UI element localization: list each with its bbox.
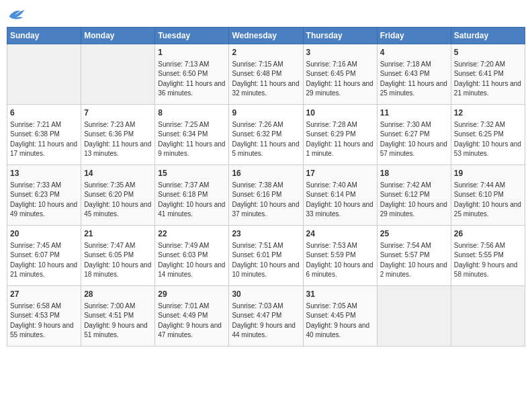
calendar-cell: 5Sunrise: 7:20 AM Sunset: 6:41 PM Daylig… [451,44,525,105]
day-number: 19 [454,168,522,179]
day-number: 21 [84,228,152,240]
day-number: 17 [306,168,374,179]
weekday-header-monday: Monday [81,28,155,44]
day-number: 26 [454,228,522,240]
day-info: Sunrise: 7:54 AM Sunset: 5:57 PM Dayligh… [380,241,448,280]
day-info: Sunrise: 7:20 AM Sunset: 6:41 PM Dayligh… [454,60,522,99]
day-info: Sunrise: 7:23 AM Sunset: 6:36 PM Dayligh… [84,120,152,159]
weekday-header-thursday: Thursday [303,28,377,44]
calendar-cell: 15Sunrise: 7:37 AM Sunset: 6:18 PM Dayli… [155,165,229,226]
day-info: Sunrise: 7:18 AM Sunset: 6:43 PM Dayligh… [380,60,448,99]
day-number: 6 [10,107,78,119]
calendar-cell: 6Sunrise: 7:21 AM Sunset: 6:38 PM Daylig… [7,105,81,165]
day-number: 10 [306,107,374,119]
day-info: Sunrise: 7:30 AM Sunset: 6:27 PM Dayligh… [380,120,448,159]
day-number: 30 [232,289,300,300]
calendar-cell: 31Sunrise: 7:05 AM Sunset: 4:45 PM Dayli… [303,286,377,347]
weekday-header-sunday: Sunday [7,28,81,44]
calendar-cell: 22Sunrise: 7:49 AM Sunset: 6:03 PM Dayli… [155,226,229,286]
calendar-cell: 17Sunrise: 7:40 AM Sunset: 6:14 PM Dayli… [303,165,377,226]
calendar-cell: 27Sunrise: 6:58 AM Sunset: 4:53 PM Dayli… [7,286,81,347]
calendar-cell: 18Sunrise: 7:42 AM Sunset: 6:12 PM Dayli… [377,165,451,226]
calendar-cell: 23Sunrise: 7:51 AM Sunset: 6:01 PM Dayli… [229,226,303,286]
day-number: 31 [306,289,374,300]
day-info: Sunrise: 7:13 AM Sunset: 6:50 PM Dayligh… [158,60,226,99]
day-info: Sunrise: 7:01 AM Sunset: 4:49 PM Dayligh… [158,302,226,340]
day-number: 13 [10,168,78,179]
day-number: 28 [84,289,152,300]
calendar-cell [7,44,81,105]
calendar-cell: 30Sunrise: 7:03 AM Sunset: 4:47 PM Dayli… [229,286,303,347]
calendar-cell: 10Sunrise: 7:28 AM Sunset: 6:29 PM Dayli… [303,105,377,165]
day-info: Sunrise: 7:42 AM Sunset: 6:12 PM Dayligh… [380,181,448,220]
day-number: 3 [306,47,374,58]
calendar-cell: 11Sunrise: 7:30 AM Sunset: 6:27 PM Dayli… [377,105,451,165]
calendar-table: SundayMondayTuesdayWednesdayThursdayFrid… [7,27,525,347]
day-number: 16 [232,168,300,179]
day-number: 8 [158,107,226,119]
calendar-cell: 4Sunrise: 7:18 AM Sunset: 6:43 PM Daylig… [377,44,451,105]
day-number: 20 [10,228,78,240]
calendar-cell: 28Sunrise: 7:00 AM Sunset: 4:51 PM Dayli… [81,286,155,347]
calendar-cell: 20Sunrise: 7:45 AM Sunset: 6:07 PM Dayli… [7,226,81,286]
day-number: 22 [158,228,226,240]
day-info: Sunrise: 7:26 AM Sunset: 6:32 PM Dayligh… [232,120,300,159]
day-info: Sunrise: 7:28 AM Sunset: 6:29 PM Dayligh… [306,120,374,159]
day-number: 29 [158,289,226,300]
day-info: Sunrise: 7:03 AM Sunset: 4:47 PM Dayligh… [232,302,300,340]
day-number: 24 [306,228,374,240]
calendar-cell: 13Sunrise: 7:33 AM Sunset: 6:23 PM Dayli… [7,165,81,226]
calendar-cell: 21Sunrise: 7:47 AM Sunset: 6:05 PM Dayli… [81,226,155,286]
calendar-cell [377,286,451,347]
day-info: Sunrise: 7:37 AM Sunset: 6:18 PM Dayligh… [158,181,226,220]
calendar-cell: 9Sunrise: 7:26 AM Sunset: 6:32 PM Daylig… [229,105,303,165]
calendar-cell: 7Sunrise: 7:23 AM Sunset: 6:36 PM Daylig… [81,105,155,165]
day-info: Sunrise: 7:21 AM Sunset: 6:38 PM Dayligh… [10,120,78,159]
calendar-cell: 3Sunrise: 7:16 AM Sunset: 6:45 PM Daylig… [303,44,377,105]
day-info: Sunrise: 7:15 AM Sunset: 6:48 PM Dayligh… [232,60,300,99]
day-info: Sunrise: 7:56 AM Sunset: 5:55 PM Dayligh… [454,241,522,280]
day-number: 11 [380,107,448,119]
day-info: Sunrise: 7:33 AM Sunset: 6:23 PM Dayligh… [10,181,78,220]
day-number: 18 [380,168,448,179]
day-info: Sunrise: 7:35 AM Sunset: 6:20 PM Dayligh… [84,181,152,220]
day-number: 27 [10,289,78,300]
day-number: 2 [232,47,300,58]
day-info: Sunrise: 7:25 AM Sunset: 6:34 PM Dayligh… [158,120,226,159]
day-info: Sunrise: 7:00 AM Sunset: 4:51 PM Dayligh… [84,302,152,340]
day-number: 4 [380,47,448,58]
calendar-cell: 16Sunrise: 7:38 AM Sunset: 6:16 PM Dayli… [229,165,303,226]
calendar-cell: 8Sunrise: 7:25 AM Sunset: 6:34 PM Daylig… [155,105,229,165]
day-info: Sunrise: 7:51 AM Sunset: 6:01 PM Dayligh… [232,241,300,280]
day-number: 7 [84,107,152,119]
day-number: 9 [232,107,300,119]
calendar-cell: 25Sunrise: 7:54 AM Sunset: 5:57 PM Dayli… [377,226,451,286]
day-info: Sunrise: 7:40 AM Sunset: 6:14 PM Dayligh… [306,181,374,220]
calendar-cell: 19Sunrise: 7:44 AM Sunset: 6:10 PM Dayli… [451,165,525,226]
calendar-cell: 2Sunrise: 7:15 AM Sunset: 6:48 PM Daylig… [229,44,303,105]
calendar-cell: 24Sunrise: 7:53 AM Sunset: 5:59 PM Dayli… [303,226,377,286]
calendar-cell [81,44,155,105]
day-info: Sunrise: 7:47 AM Sunset: 6:05 PM Dayligh… [84,241,152,280]
day-info: Sunrise: 7:45 AM Sunset: 6:07 PM Dayligh… [10,241,78,280]
day-number: 1 [158,47,226,58]
weekday-header-tuesday: Tuesday [155,28,229,44]
logo-icon [7,7,26,21]
logo [7,7,28,21]
day-number: 25 [380,228,448,240]
day-number: 14 [84,168,152,179]
day-info: Sunrise: 7:05 AM Sunset: 4:45 PM Dayligh… [306,302,374,340]
calendar-cell: 29Sunrise: 7:01 AM Sunset: 4:49 PM Dayli… [155,286,229,347]
day-number: 23 [232,228,300,240]
calendar-cell: 12Sunrise: 7:32 AM Sunset: 6:25 PM Dayli… [451,105,525,165]
day-number: 15 [158,168,226,179]
weekday-header-friday: Friday [377,28,451,44]
weekday-header-wednesday: Wednesday [229,28,303,44]
day-info: Sunrise: 7:16 AM Sunset: 6:45 PM Dayligh… [306,60,374,99]
calendar-cell: 26Sunrise: 7:56 AM Sunset: 5:55 PM Dayli… [451,226,525,286]
day-info: Sunrise: 6:58 AM Sunset: 4:53 PM Dayligh… [10,302,78,340]
calendar-cell: 1Sunrise: 7:13 AM Sunset: 6:50 PM Daylig… [155,44,229,105]
day-info: Sunrise: 7:44 AM Sunset: 6:10 PM Dayligh… [454,181,522,220]
page-header [7,7,525,21]
day-info: Sunrise: 7:53 AM Sunset: 5:59 PM Dayligh… [306,241,374,280]
